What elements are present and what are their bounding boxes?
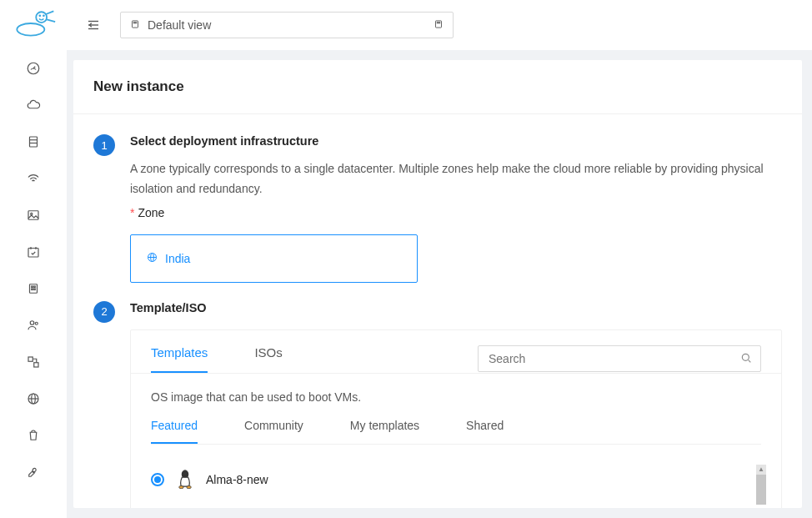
step-badge-1: 1 [93, 134, 115, 156]
card-header: New instance [73, 60, 802, 114]
template-name: Alma-8-new [206, 473, 268, 486]
svg-rect-18 [34, 286, 36, 288]
top-bar: Default view [67, 0, 812, 50]
svg-rect-11 [28, 211, 38, 220]
tab-templates[interactable]: Templates [151, 345, 208, 373]
nav-events[interactable] [17, 235, 50, 269]
subtab-my-templates[interactable]: My templates [350, 419, 419, 444]
nav-roles[interactable] [17, 309, 50, 342]
view-label: Default view [148, 18, 211, 32]
subtab-shared[interactable]: Shared [466, 419, 504, 444]
nav-network[interactable] [17, 162, 50, 195]
svg-line-4 [46, 11, 53, 14]
svg-point-21 [30, 321, 34, 325]
app-logo[interactable] [8, 7, 58, 40]
collapse-toggle[interactable] [80, 12, 107, 38]
svg-point-22 [35, 322, 38, 324]
svg-rect-20 [34, 289, 36, 290]
svg-point-45 [183, 473, 184, 474]
template-search-input[interactable] [478, 345, 761, 372]
subtab-community[interactable]: Community [244, 419, 303, 444]
search-icon [739, 351, 753, 367]
svg-rect-31 [133, 20, 138, 27]
nav-projects[interactable] [17, 272, 50, 305]
zone-field-label: *Zone [130, 206, 782, 219]
svg-point-48 [187, 485, 191, 488]
svg-point-3 [43, 14, 45, 17]
left-sidebar [0, 0, 67, 518]
nav-cloud[interactable] [17, 88, 50, 122]
step-2-title: Template/ISO [130, 301, 782, 314]
svg-line-7 [33, 67, 35, 68]
svg-rect-34 [436, 20, 442, 27]
scrollbar[interactable]: ▲ [756, 465, 766, 508]
svg-rect-16 [30, 284, 38, 294]
zone-select-india[interactable]: India [130, 234, 418, 283]
svg-rect-24 [34, 363, 38, 367]
svg-point-2 [38, 14, 41, 17]
linux-icon [176, 470, 194, 490]
project-icon [129, 18, 141, 33]
template-description: OS image that can be used to boot VMs. [151, 390, 761, 404]
svg-rect-23 [28, 357, 33, 361]
svg-point-1 [36, 12, 47, 23]
svg-line-5 [47, 19, 55, 22]
svg-rect-17 [32, 286, 33, 288]
nav-storage[interactable] [17, 125, 50, 158]
svg-rect-33 [136, 22, 137, 23]
svg-rect-8 [30, 137, 38, 147]
nav-affinity[interactable] [17, 345, 50, 379]
tab-isos[interactable]: ISOs [254, 345, 282, 373]
subtab-featured[interactable]: Featured [151, 419, 198, 444]
content-card: New instance 1 Select deployment infrast… [73, 60, 802, 508]
svg-rect-36 [439, 22, 440, 23]
template-panel: Templates ISOs [130, 329, 782, 508]
page-title: New instance [93, 78, 782, 95]
step-badge-2: 2 [93, 301, 115, 323]
svg-point-0 [17, 23, 44, 36]
svg-rect-32 [133, 22, 134, 23]
step-1-description: A zone typically corresponds to a single… [130, 159, 782, 199]
nav-regions[interactable] [17, 382, 50, 415]
nav-dashboard[interactable] [17, 52, 50, 85]
project-icon-right [433, 18, 444, 33]
main-area: Default view New instance 1 Select deplo… [67, 0, 812, 518]
svg-line-41 [749, 360, 751, 363]
radio-selected[interactable] [151, 473, 164, 486]
svg-point-46 [186, 473, 187, 474]
step-1: 1 Select deployment infrastructure A zon… [93, 134, 782, 283]
svg-rect-19 [32, 289, 33, 290]
nav-images[interactable] [17, 199, 50, 232]
template-option-alma-8-new[interactable]: Alma-8-new [151, 470, 761, 490]
globe-icon [146, 251, 158, 266]
nav-config[interactable] [17, 455, 50, 489]
step-1-title: Select deployment infrastructure [130, 134, 782, 148]
view-selector[interactable]: Default view [120, 12, 454, 38]
svg-point-40 [742, 354, 749, 360]
svg-rect-35 [437, 22, 438, 23]
svg-point-47 [179, 485, 183, 488]
svg-rect-13 [28, 249, 38, 258]
zone-value: India [165, 252, 190, 265]
step-2: 2 Template/ISO Templates ISOs [93, 301, 782, 508]
nav-offerings[interactable] [17, 419, 50, 452]
